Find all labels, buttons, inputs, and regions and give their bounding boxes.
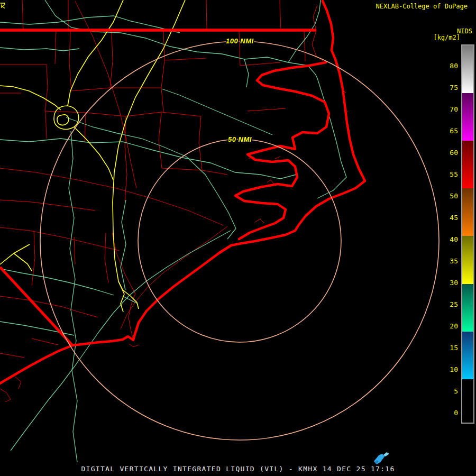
product-caption: DIGITAL VERTICALLY INTEGRATED LIQUID (VI…	[0, 465, 476, 473]
colorbar-tick-label: 55	[442, 170, 458, 179]
colorbar-tick-label: 30	[442, 279, 458, 287]
scale-units: [kg/m2]	[433, 34, 460, 41]
colorbar-tick-label: 25	[442, 300, 458, 309]
colorbar-tick-label: 80	[442, 62, 458, 70]
range-ring-100nmi	[40, 41, 439, 440]
range-rings	[40, 41, 439, 440]
albemarle-pamlico-shore	[235, 62, 329, 239]
nexlab-logo-icon	[0, 3, 5, 8]
range-ring-label-50nmi: 50 NMI	[228, 135, 252, 143]
colorbar	[461, 44, 474, 424]
colorbar-tick-label: 65	[442, 127, 458, 135]
colorbar-tick-label: 50	[442, 192, 458, 200]
nc-sc-border	[0, 267, 72, 345]
range-ring-label-100nmi: 100 NMI	[226, 37, 254, 45]
colorbar-tick-label: 75	[442, 84, 458, 92]
radar-echo	[374, 452, 389, 464]
radar-display: 100 NMI 50 NMI NEXLAB-College of DuPage …	[0, 0, 476, 476]
colorbar-tick-label: 35	[442, 257, 458, 266]
colorbar-tick-label: 20	[442, 322, 458, 331]
colorbar-tick-label: 70	[442, 105, 458, 114]
brand-title: NEXLAB-College of DuPage	[376, 3, 468, 10]
colorbar-tick-label: 10	[442, 365, 458, 374]
colorbar-tick-label: 15	[442, 344, 458, 352]
range-ring-50nmi	[138, 139, 341, 342]
radar-map	[0, 0, 476, 476]
yellow-highway-lines	[0, 0, 185, 312]
colorbar-tick-label: 40	[442, 235, 458, 244]
colorbar-tick-label: 45	[442, 214, 458, 222]
colorbar-tick-label: 60	[442, 149, 458, 157]
colorbar-tick-label: 5	[442, 387, 458, 396]
colorbar-tick-label: 0	[442, 409, 458, 417]
